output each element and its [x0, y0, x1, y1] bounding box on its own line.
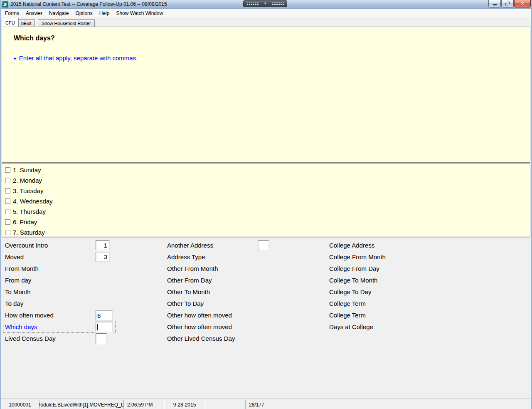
field-row-other-from-month: Other From Month [165, 263, 306, 274]
field-row-college-from-month: College From Month [327, 251, 468, 263]
field-label: Other From Day [165, 277, 212, 284]
menu-item-forms[interactable]: Forms [2, 9, 22, 17]
field-label: College To Month [327, 277, 377, 284]
field-label: Moved [3, 253, 24, 260]
text-caret [97, 324, 98, 330]
field-row-moved: Moved3 [3, 251, 116, 263]
checkbox-label: 5. Thursday [13, 208, 46, 215]
field-row-college-term: College Term [327, 297, 468, 309]
field-input[interactable]: 3 [96, 252, 110, 262]
checkbox[interactable] [5, 219, 10, 225]
field-input[interactable] [258, 240, 269, 251]
tab-cfu[interactable]: CFU [2, 18, 19, 27]
field-label: Overcount Intro [3, 242, 48, 249]
checkbox-label: 4. Wednesday [13, 198, 53, 205]
status-panel-6: 28/177 [246, 400, 531, 409]
chevron-down-icon: ▼ [264, 2, 267, 5]
menu-item-answer[interactable]: Answer [22, 9, 46, 17]
checkbox[interactable] [5, 188, 10, 193]
field-label: From day [3, 277, 31, 284]
instruction-text: Enter all that apply, separate with comm… [19, 55, 138, 62]
field-label: College Address [327, 242, 374, 249]
field-row-overcount-intro: Overcount Intro1 [3, 239, 116, 251]
field-row-another-address: Another Address [165, 239, 306, 251]
menu-item-show-watch-window[interactable]: Show Watch Window [113, 9, 166, 17]
drag-dots-icon [246, 2, 259, 5]
tab-bexit[interactable]: bExit [17, 19, 35, 27]
form-field-grid: Overcount Intro1Moved3From MonthFrom day… [2, 238, 530, 399]
checkbox-label: 7. Saturday [13, 229, 45, 236]
field-label: College Term [327, 312, 366, 319]
checkbox[interactable] [5, 209, 10, 214]
field-row-other-how-often-moved: Other how often moved [165, 321, 306, 332]
option-row-4-wednesday[interactable]: 4. Wednesday [2, 196, 530, 206]
diamond-bullet-icon: ♦ [14, 56, 16, 61]
field-label: College To Day [327, 288, 371, 295]
status-panel-3: 2:06:59 PM [124, 400, 164, 409]
minimize-button[interactable] [488, 0, 501, 7]
field-row-college-term: College Term [327, 309, 468, 321]
field-row-how-often-moved: How often moved6 [3, 309, 116, 321]
field-input[interactable] [96, 322, 113, 332]
field-row-days-at-college: Days at College [327, 321, 468, 332]
field-row-other-how-often-moved: Other how often moved [165, 309, 306, 321]
field-label: College Term [327, 300, 366, 307]
checkbox[interactable] [5, 198, 10, 204]
option-row-6-friday[interactable]: 6. Friday [2, 217, 530, 227]
question-panel: Which days? ♦ Enter all that apply, sepa… [2, 27, 530, 163]
tab-show-household-roster[interactable]: Show Household Roster [38, 19, 95, 27]
checkbox-label: 3. Tuesday [13, 187, 43, 194]
field-label: Another Address [165, 242, 213, 249]
option-row-2-monday[interactable]: 2. Monday [2, 175, 530, 186]
field-input[interactable] [96, 333, 107, 344]
checkbox-label: 6. Friday [13, 218, 37, 226]
field-label: How often moved [3, 312, 54, 319]
field-label: Other how often moved [165, 312, 232, 319]
status-bar: 10000001BModuleE.BLivedWith[1].MOVEFREQ_… [1, 400, 531, 409]
status-panel-2: BModuleE.BLivedWith[1].MOVEFREQ_D[1] [39, 400, 124, 409]
checkbox-label: 1. Sunday [13, 166, 41, 174]
field-input[interactable]: 1 [96, 240, 110, 250]
field-label: Days at College [327, 323, 373, 330]
restore-button[interactable] [501, 0, 514, 7]
field-label: To Month [3, 288, 31, 295]
field-value: 6 [96, 312, 112, 319]
field-row-other-to-month: Other To Month [165, 286, 306, 297]
menu-item-help[interactable]: Help [96, 9, 113, 17]
checkbox[interactable] [5, 167, 10, 173]
field-label: Other From Month [165, 265, 218, 272]
option-row-5-thursday[interactable]: 5. Thursday [2, 206, 530, 217]
menu-item-options[interactable]: Options [72, 9, 96, 17]
option-row-7-saturday[interactable]: 7. Saturday [2, 227, 530, 238]
field-row-from-month: From Month [3, 263, 116, 274]
option-row-1-sunday[interactable]: 1. Sunday [2, 165, 530, 175]
menu-item-navigate[interactable]: Navigate [46, 9, 72, 17]
field-label: Other Lived Census Day [165, 335, 235, 342]
app-icon [2, 1, 8, 7]
field-row-college-to-day: College To Day [327, 286, 468, 297]
field-label: College From Month [327, 253, 386, 260]
field-row-address-type: Address Type [165, 251, 306, 263]
checkbox[interactable] [5, 178, 10, 183]
field-row-which-days: Which days [3, 321, 116, 332]
status-panel-5 [205, 400, 246, 409]
title-bar[interactable]: 2015 National Content Test -- Coverage F… [0, 0, 532, 9]
docking-handle[interactable]: ▼ [243, 0, 287, 7]
minimize-icon [493, 4, 497, 5]
checkbox[interactable] [5, 230, 10, 235]
answer-options-panel: 1. Sunday2. Monday3. Tuesday4. Wednesday… [2, 164, 530, 236]
field-row-college-address: College Address [327, 239, 468, 251]
field-row-lived-census-day: Lived Census Day [3, 332, 116, 344]
field-input[interactable]: 6 [96, 310, 113, 321]
field-label: Other To Month [165, 288, 210, 295]
status-panel-4: 9-28-2015 [164, 400, 205, 409]
tab-strip: CFUbExitShow Household Roster [1, 17, 531, 27]
option-row-3-tuesday[interactable]: 3. Tuesday [2, 186, 530, 196]
status-panel-1: 10000001 [1, 400, 39, 409]
field-value: 3 [96, 253, 109, 260]
field-label: College From Day [327, 265, 379, 272]
question-instruction: ♦ Enter all that apply, separate with co… [14, 55, 138, 62]
close-button[interactable]: ✕ [514, 0, 531, 7]
field-row-to-month: To Month [3, 286, 116, 297]
field-label: Which days [3, 323, 37, 330]
